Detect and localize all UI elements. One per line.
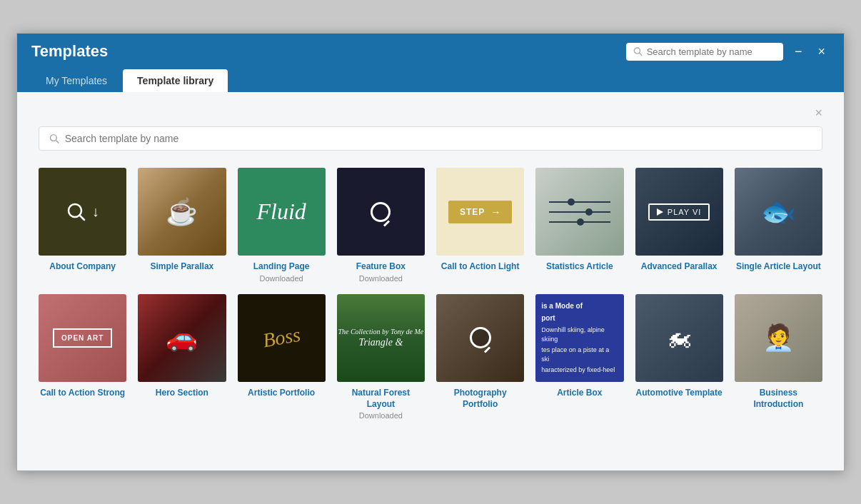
template-name-article-box: Article Box	[557, 388, 602, 399]
template-thumb-cta-light: STEP →	[436, 168, 524, 256]
template-thumb-artistic-portfolio: Boss	[238, 294, 326, 382]
template-name-business-intro: Business Introduction	[735, 388, 822, 410]
content-search-icon	[49, 133, 59, 143]
template-thumb-cta-strong: OPEN ART	[39, 294, 126, 382]
template-name-cta-light: Call to Action Light	[441, 261, 520, 273]
template-name-artistic-portfolio: Artistic Portfolio	[248, 388, 315, 399]
svg-line-5	[79, 215, 84, 220]
template-thumb-landing-page: Fluid	[238, 168, 326, 256]
template-name-feature-box: Feature Box	[356, 261, 406, 273]
article-line5: haracterized by fixed-heel	[541, 366, 618, 375]
template-thumb-advanced-parallax: PLAY VI	[635, 168, 723, 256]
content-search-input[interactable]	[65, 133, 812, 144]
search-bar[interactable]	[39, 126, 822, 151]
templates-grid: ↓ About Company Simple Parallax	[39, 168, 822, 420]
template-name-photography-portfolio: Photography Portfolio	[436, 388, 524, 410]
template-thumb-business-intro	[735, 294, 822, 382]
template-cta-light[interactable]: STEP → Call to Action Light	[436, 168, 524, 283]
forest-title-text: Triangle &	[358, 337, 403, 348]
template-name-about-company: About Company	[49, 261, 116, 273]
titlebar: Templates − ×	[17, 34, 844, 69]
forest-subtitle: The Collection by Tony de Me	[338, 328, 423, 336]
template-thumb-simple-parallax	[138, 168, 226, 256]
template-thumb-natural-forest: The Collection by Tony de Me Triangle &	[337, 294, 425, 382]
template-thumb-automotive	[635, 294, 723, 382]
main-window: Templates − × My Templates Template libr…	[16, 33, 845, 471]
header-search-input[interactable]	[647, 46, 776, 57]
template-hero-section[interactable]: Hero Section	[138, 294, 226, 420]
template-name-simple-parallax: Simple Parallax	[151, 261, 214, 273]
content-area: ×	[17, 92, 844, 470]
template-name-advanced-parallax: Advanced Parallax	[641, 261, 718, 273]
template-business-intro[interactable]: Business Introduction	[735, 294, 822, 420]
article-line2: port	[541, 313, 618, 323]
template-about-company[interactable]: ↓ About Company	[39, 168, 126, 283]
article-line1: is a Mode of	[541, 301, 618, 311]
window-close-button[interactable]: ×	[813, 44, 830, 59]
open-art-label: OPEN ART	[53, 328, 112, 348]
template-name-hero-section: Hero Section	[156, 388, 208, 399]
search-icon	[633, 46, 643, 56]
template-name-single-article: Single Article Layout	[736, 261, 821, 273]
content-header: ×	[39, 106, 822, 119]
content-close-button[interactable]: ×	[815, 106, 822, 119]
article-line3: Downhill skiing, alpine skiing	[541, 326, 618, 343]
svg-line-1	[640, 53, 642, 55]
template-natural-forest[interactable]: The Collection by Tony de Me Triangle & …	[337, 294, 425, 420]
template-name-natural-forest: Natural Forest Layout	[337, 388, 425, 410]
template-automotive[interactable]: Automotive Template	[635, 294, 723, 420]
template-name-statistics: Statistics Article	[546, 261, 613, 273]
template-thumb-hero-section	[138, 294, 226, 382]
template-name-cta-strong: Call to Action Strong	[40, 388, 125, 399]
template-thumb-statistics	[535, 168, 623, 256]
template-badge-feature-box: Downloaded	[359, 274, 403, 283]
step-label: STEP	[460, 207, 485, 217]
tab-my-templates[interactable]: My Templates	[31, 69, 121, 92]
minimize-button[interactable]: −	[790, 44, 807, 59]
template-thumb-photography-portfolio	[436, 294, 524, 382]
template-photography-portfolio[interactable]: Photography Portfolio	[436, 294, 524, 420]
article-line4: tes place on a piste at a ski	[541, 346, 618, 363]
play-label: PLAY VI	[668, 208, 702, 216]
template-article-box[interactable]: is a Mode of port Downhill skiing, alpin…	[535, 294, 623, 420]
template-advanced-parallax[interactable]: PLAY VI Advanced Parallax	[635, 168, 723, 283]
template-artistic-portfolio[interactable]: Boss Artistic Portfolio	[238, 294, 326, 420]
titlebar-right: − ×	[626, 43, 830, 61]
template-badge-natural-forest: Downloaded	[359, 411, 403, 420]
window-title: Templates	[31, 42, 108, 61]
template-cta-strong[interactable]: OPEN ART Call to Action Strong	[39, 294, 126, 420]
template-thumb-article-box: is a Mode of port Downhill skiing, alpin…	[535, 294, 623, 382]
template-simple-parallax[interactable]: Simple Parallax	[138, 168, 226, 283]
tab-template-library[interactable]: Template library	[123, 69, 228, 92]
template-name-landing-page: Landing Page	[253, 261, 310, 273]
header-search-box[interactable]	[626, 43, 783, 61]
template-feature-box[interactable]: Feature Box Downloaded	[337, 168, 425, 283]
template-badge-landing-page: Downloaded	[260, 274, 303, 283]
template-thumb-about-company: ↓	[39, 168, 126, 256]
template-statistics[interactable]: Statistics Article	[535, 168, 623, 283]
template-thumb-single-article	[735, 168, 822, 256]
svg-line-3	[56, 140, 58, 142]
tabs-bar: My Templates Template library	[17, 69, 844, 92]
template-single-article[interactable]: Single Article Layout	[735, 168, 822, 283]
template-landing-page[interactable]: Fluid Landing Page Downloaded	[238, 168, 326, 283]
template-thumb-feature-box	[337, 168, 425, 256]
template-name-automotive: Automotive Template	[636, 388, 722, 399]
